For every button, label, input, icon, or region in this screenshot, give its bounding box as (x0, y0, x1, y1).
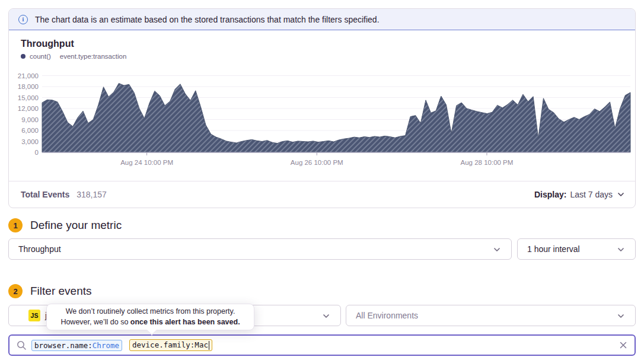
chevron-down-icon (616, 245, 626, 254)
metrics-tooltip: We don’t routinely collect metrics from … (46, 304, 254, 330)
chart-legend: count() event.type:transaction (21, 52, 629, 61)
step-1-badge: 1 (8, 218, 23, 232)
metric-select-value: Throughput (18, 244, 61, 254)
display-range-select[interactable]: Display: Last 7 days (534, 190, 626, 199)
display-value: Last 7 days (570, 190, 613, 199)
search-icon (17, 340, 27, 350)
total-events-label: Total Events (21, 190, 69, 199)
chart-panel: i The chart data is an estimate based on… (8, 8, 636, 208)
text-cursor (209, 341, 209, 350)
svg-text:18,000: 18,000 (18, 83, 39, 90)
javascript-platform-icon: JS (28, 310, 40, 321)
svg-text:21,000: 21,000 (18, 72, 39, 79)
close-icon (619, 341, 627, 349)
clear-search-button[interactable] (619, 341, 627, 349)
tooltip-line-1: We don’t routinely collect metrics from … (66, 307, 235, 317)
chart-title: Throughput (21, 37, 629, 50)
info-banner-text: The chart data is an estimate based on t… (35, 15, 380, 24)
chevron-down-icon (616, 190, 626, 199)
step-1-title: Define your metric (30, 219, 122, 232)
total-events: Total Events 318,157 (21, 190, 107, 199)
search-token-browser-name[interactable]: browser.name:Chrome (31, 340, 122, 351)
svg-text:Aug 24 10:00 PM: Aug 24 10:00 PM (120, 159, 173, 166)
info-icon: i (18, 15, 28, 24)
alert-builder-page: i The chart data is an estimate based on… (0, 0, 644, 357)
info-banner: i The chart data is an estimate based on… (9, 9, 635, 30)
svg-text:Aug 26 10:00 PM: Aug 26 10:00 PM (291, 159, 343, 166)
legend-series-label: count() (30, 53, 51, 60)
svg-text:15,000: 15,000 (18, 94, 39, 101)
step-2-header: 2 Filter events (8, 284, 636, 298)
throughput-chart: 03,0006,0009,00012,00015,00018,00021,000… (9, 63, 636, 173)
svg-text:9,000: 9,000 (21, 116, 39, 123)
svg-text:0: 0 (35, 149, 39, 156)
chevron-down-icon (616, 311, 626, 321)
svg-text:3,000: 3,000 (21, 138, 39, 145)
interval-select-value: 1 hour interval (527, 244, 580, 254)
chart-body: Throughput count() event.type:transactio… (9, 30, 635, 181)
step-1-header: 1 Define your metric (8, 218, 636, 232)
svg-text:6,000: 6,000 (21, 127, 39, 134)
svg-text:12,000: 12,000 (18, 105, 39, 112)
total-events-value: 318,157 (76, 190, 107, 199)
chart-panel-footer: Total Events 318,157 Display: Last 7 day… (9, 181, 635, 208)
legend-dot-icon (21, 54, 25, 59)
chevron-down-icon (321, 311, 331, 321)
svg-text:Aug 28 10:00 PM: Aug 28 10:00 PM (461, 159, 514, 166)
step-2-title: Filter events (30, 285, 91, 298)
filter-search-input[interactable]: browser.name:Chrome device.family:Mac (8, 334, 636, 356)
step-2-badge: 2 (8, 284, 23, 298)
metric-select[interactable]: Throughput (8, 238, 512, 260)
interval-select[interactable]: 1 hour interval (517, 238, 636, 260)
legend-query: event.type:transaction (60, 53, 127, 60)
environment-select[interactable]: All Environments (346, 305, 636, 326)
environment-select-value: All Environments (356, 311, 418, 320)
metric-controls-row: Throughput 1 hour interval (8, 238, 636, 260)
chevron-down-icon (492, 245, 502, 254)
search-token-device-family[interactable]: device.family:Mac (129, 339, 212, 351)
display-label: Display: (534, 190, 566, 199)
